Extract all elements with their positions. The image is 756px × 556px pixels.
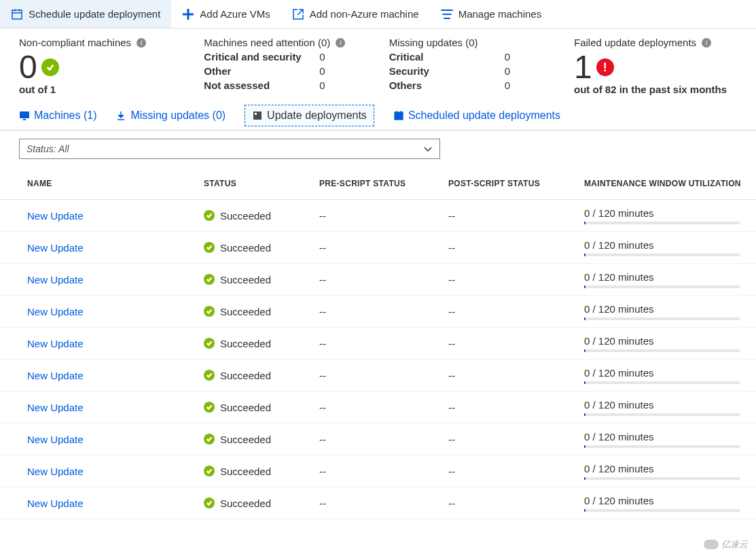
info-icon[interactable]: i — [336, 38, 345, 48]
status-text: Succeeded — [220, 434, 271, 445]
status-text: Succeeded — [220, 274, 271, 285]
maintenance-text: 0 / 120 minutes — [584, 335, 740, 347]
stat-value: 0 — [505, 80, 532, 91]
info-icon[interactable]: i — [137, 38, 146, 48]
col-status[interactable]: STATUS — [204, 179, 319, 188]
pre-script-cell: -- — [319, 402, 448, 413]
status-cell: Succeeded — [204, 306, 319, 317]
add-azure-vms-label: Add Azure VMs — [200, 8, 270, 20]
failed-value: 1 — [574, 51, 592, 84]
noncompliant-value: 0 — [19, 51, 37, 84]
progress-bar — [584, 222, 740, 224]
noncompliant-block: Non-compliant machinesi 0 out of 1 — [19, 37, 204, 95]
status-cell: Succeeded — [204, 434, 319, 445]
manage-icon — [441, 8, 453, 20]
missing-grid: Critical0Security0Others0 — [389, 51, 574, 91]
manage-machines-label: Manage machines — [458, 8, 542, 20]
table-row[interactable]: New UpdateSucceeded----0 / 120 minutes — [0, 455, 756, 487]
noncompliant-sub: out of 1 — [19, 84, 204, 95]
table-row[interactable]: New UpdateSucceeded----0 / 120 minutes — [0, 487, 756, 519]
col-name[interactable]: NAME — [27, 179, 204, 188]
deployment-name-link[interactable]: New Update — [27, 274, 204, 285]
table-row[interactable]: New UpdateSucceeded----0 / 120 minutes — [0, 423, 756, 455]
deployment-name-link[interactable]: New Update — [27, 210, 204, 222]
schedule-deployment-button[interactable]: Schedule update deployment — [0, 0, 171, 28]
deployment-name-link[interactable]: New Update — [27, 306, 204, 317]
maintenance-cell: 0 / 120 minutes — [584, 399, 748, 416]
table-row[interactable]: New UpdateSucceeded----0 / 120 minutes — [0, 328, 756, 360]
tab-machines[interactable]: Machines (1) — [19, 105, 96, 126]
pre-script-cell: -- — [319, 306, 448, 317]
progress-bar — [584, 413, 740, 416]
progress-bar — [584, 509, 740, 512]
cloud-icon — [704, 540, 719, 549]
status-text: Succeeded — [220, 338, 271, 349]
deployment-name-link[interactable]: New Update — [27, 402, 204, 413]
deployment-name-link[interactable]: New Update — [27, 434, 204, 445]
tab-scheduled[interactable]: Scheduled update deployments — [393, 105, 560, 126]
maintenance-text: 0 / 120 minutes — [584, 239, 740, 251]
calendar-icon — [11, 8, 23, 20]
maintenance-cell: 0 / 120 minutes — [584, 335, 748, 352]
stat-key: Critical and security — [204, 51, 319, 63]
tabs-row: Machines (1) Missing updates (0) Update … — [0, 101, 756, 131]
post-script-cell: -- — [448, 210, 584, 222]
info-icon[interactable]: i — [702, 38, 711, 48]
progress-bar — [584, 254, 740, 256]
table-row[interactable]: New UpdateSucceeded----0 / 120 minutes — [0, 296, 756, 328]
post-script-cell: -- — [448, 242, 584, 254]
stat-value: 0 — [505, 65, 532, 77]
post-script-cell: -- — [448, 498, 584, 509]
watermark-text: 亿速云 — [721, 538, 748, 551]
maintenance-cell: 0 / 120 minutes — [584, 495, 748, 512]
schedule-deployment-label: Schedule update deployment — [29, 8, 160, 20]
progress-bar — [584, 285, 740, 288]
manage-machines-button[interactable]: Manage machines — [430, 0, 553, 28]
maintenance-text: 0 / 120 minutes — [584, 431, 740, 442]
status-cell: Succeeded — [204, 498, 319, 509]
success-icon — [204, 242, 215, 253]
pre-script-cell: -- — [319, 338, 448, 349]
post-script-cell: -- — [448, 338, 584, 349]
failed-block: Failed update deploymentsi 1 out of 82 i… — [574, 37, 737, 95]
table-row[interactable]: New UpdateSucceeded----0 / 120 minutes — [0, 200, 756, 232]
chevron-down-icon — [423, 144, 433, 154]
status-text: Succeeded — [220, 210, 271, 222]
col-post[interactable]: POST-SCRIPT STATUS — [448, 179, 584, 188]
maintenance-text: 0 / 120 minutes — [584, 463, 740, 474]
status-cell: Succeeded — [204, 370, 319, 381]
deployment-name-link[interactable]: New Update — [27, 242, 204, 254]
success-icon — [204, 434, 215, 445]
deployment-name-link[interactable]: New Update — [27, 370, 204, 381]
pre-script-cell: -- — [319, 274, 448, 285]
col-maint[interactable]: MAINTENANCE WINDOW UTILIZATION — [584, 179, 748, 188]
table-row[interactable]: New UpdateSucceeded----0 / 120 minutes — [0, 264, 756, 296]
attention-label: Machines need attention (0) — [204, 37, 330, 48]
tab-deployments[interactable]: Update deployments — [245, 105, 374, 126]
add-azure-vms-button[interactable]: Add Azure VMs — [171, 0, 281, 28]
table-row[interactable]: New UpdateSucceeded----0 / 120 minutes — [0, 392, 756, 423]
deployment-name-link[interactable]: New Update — [27, 338, 204, 349]
progress-bar — [584, 445, 740, 448]
attention-grid: Critical and security0Other0Not assessed… — [204, 51, 389, 91]
col-pre[interactable]: PRE-SCRIPT STATUS — [319, 179, 448, 188]
table-header: NAME STATUS PRE-SCRIPT STATUS POST-SCRIP… — [0, 167, 756, 200]
filter-row: Status: All — [0, 131, 756, 167]
deployment-name-link[interactable]: New Update — [27, 498, 204, 509]
deployment-name-link[interactable]: New Update — [27, 466, 204, 477]
status-filter-dropdown[interactable]: Status: All — [19, 139, 440, 159]
tab-missing[interactable]: Missing updates (0) — [115, 105, 226, 126]
pre-script-cell: -- — [319, 498, 448, 509]
table-row[interactable]: New UpdateSucceeded----0 / 120 minutes — [0, 360, 756, 392]
add-non-azure-button[interactable]: Add non-Azure machine — [281, 0, 430, 28]
toolbar: Schedule update deployment Add Azure VMs… — [0, 0, 756, 29]
pre-script-cell: -- — [319, 210, 448, 222]
svg-rect-13 — [395, 112, 403, 120]
progress-bar — [584, 317, 740, 320]
stats-row: Non-compliant machinesi 0 out of 1 Machi… — [0, 29, 756, 101]
status-cell: Succeeded — [204, 402, 319, 413]
table-row[interactable]: New UpdateSucceeded----0 / 120 minutes — [0, 232, 756, 264]
watermark: 亿速云 — [704, 538, 748, 551]
svg-rect-11 — [253, 111, 262, 120]
stat-key: Critical — [389, 51, 505, 63]
